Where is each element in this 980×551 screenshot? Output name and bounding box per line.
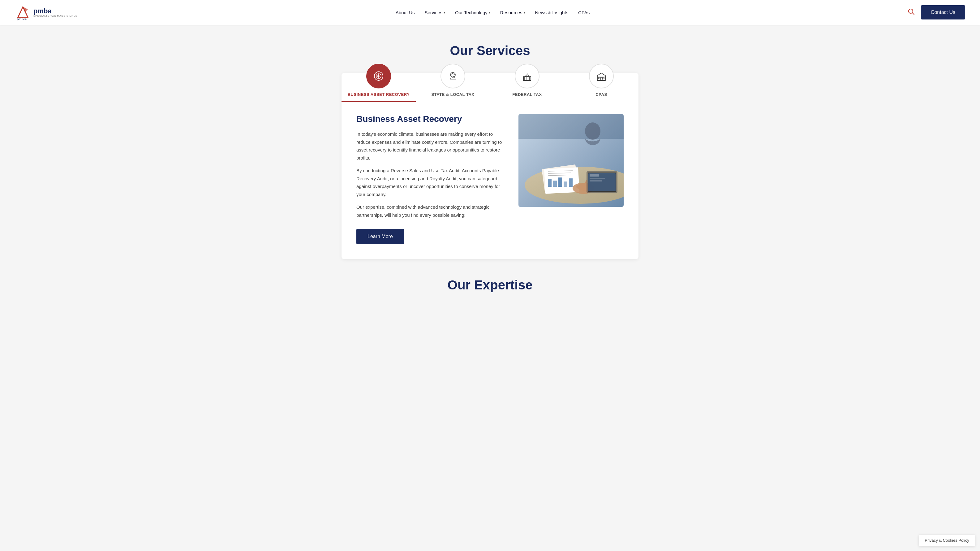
content-body: In today's economic climate, businesses … bbox=[356, 130, 504, 219]
content-title: Business Asset Recovery bbox=[356, 114, 504, 124]
svg-rect-33 bbox=[553, 181, 557, 187]
search-icon bbox=[908, 8, 915, 15]
search-button[interactable] bbox=[908, 8, 915, 17]
tab-business-asset-recovery[interactable]: BUSINESS ASSET RECOVERY bbox=[342, 73, 416, 102]
learn-more-button[interactable]: Learn More bbox=[356, 229, 404, 244]
tab-icon-salt bbox=[441, 64, 465, 89]
tab-label-fed: FEDERAL TAX bbox=[512, 92, 542, 97]
svg-rect-42 bbox=[590, 178, 605, 179]
state-local-tax-icon bbox=[447, 70, 459, 82]
content-text: Business Asset Recovery In today's econo… bbox=[356, 114, 504, 244]
tab-icon-cpas bbox=[589, 64, 614, 89]
logo-text: pmba bbox=[33, 8, 77, 15]
nav-resources[interactable]: Resources ▾ bbox=[500, 10, 525, 15]
svg-rect-32 bbox=[548, 179, 552, 187]
expertise-section: Our Expertise bbox=[0, 278, 980, 292]
nav-our-technology[interactable]: Our Technology ▾ bbox=[455, 10, 490, 15]
svg-marker-0 bbox=[18, 7, 28, 17]
tabs-row: BUSINESS ASSET RECOVERY STATE bbox=[342, 73, 638, 102]
content-paragraph-2: By conducting a Reverse Sales and Use Ta… bbox=[356, 167, 504, 198]
expertise-title: Our Expertise bbox=[15, 278, 965, 292]
header: pmba pmba SPECIALTY TAX MADE SIMPLE Abou… bbox=[0, 0, 980, 25]
svg-rect-44 bbox=[519, 114, 624, 139]
cpas-icon bbox=[595, 70, 608, 82]
chevron-down-icon: ▾ bbox=[489, 11, 490, 14]
nav-cpas[interactable]: CPAs bbox=[578, 10, 590, 15]
tab-underline-cpas bbox=[564, 101, 638, 102]
tab-underline-bar bbox=[342, 101, 416, 102]
nav-news-insights[interactable]: News & Insights bbox=[535, 10, 569, 15]
svg-rect-35 bbox=[564, 181, 567, 187]
svg-rect-43 bbox=[590, 180, 602, 181]
logo-tagline: SPECIALTY TAX MADE SIMPLE bbox=[33, 15, 77, 17]
logo-icon: pmba bbox=[15, 4, 31, 21]
logo[interactable]: pmba pmba SPECIALTY TAX MADE SIMPLE bbox=[15, 4, 77, 21]
federal-tax-icon bbox=[521, 70, 533, 82]
svg-rect-23 bbox=[600, 78, 602, 80]
page-title: Our Services bbox=[0, 43, 980, 58]
svg-rect-36 bbox=[569, 178, 573, 187]
asset-recovery-icon bbox=[372, 70, 385, 82]
svg-text:pmba: pmba bbox=[18, 17, 27, 21]
tab-federal-tax[interactable]: FEDERAL TAX bbox=[490, 73, 564, 102]
services-container: BUSINESS ASSET RECOVERY STATE bbox=[342, 73, 638, 259]
tab-icon-fed bbox=[515, 64, 539, 89]
tab-icon-bar bbox=[366, 64, 391, 89]
tab-underline-salt bbox=[416, 101, 490, 102]
tab-state-local-tax[interactable]: STATE & LOCAL TAX bbox=[416, 73, 490, 102]
content-panel: Business Asset Recovery In today's econo… bbox=[342, 102, 638, 259]
main-content: Our Services BUSINESS ASSET REC bbox=[0, 25, 980, 317]
content-paragraph-3: Our expertise, combined with advanced te… bbox=[356, 203, 504, 219]
chevron-down-icon: ▾ bbox=[524, 11, 525, 14]
svg-point-7 bbox=[378, 75, 380, 77]
main-nav: About Us Services ▾ Our Technology ▾ Res… bbox=[396, 10, 590, 15]
nav-services[interactable]: Services ▾ bbox=[425, 10, 445, 15]
svg-rect-41 bbox=[590, 174, 599, 176]
svg-line-4 bbox=[912, 13, 914, 14]
business-image bbox=[519, 114, 624, 207]
content-image bbox=[519, 114, 624, 207]
svg-rect-22 bbox=[603, 77, 604, 79]
tab-cpas[interactable]: CPAS bbox=[564, 73, 638, 102]
svg-point-45 bbox=[585, 122, 600, 140]
tab-underline-fed bbox=[490, 101, 564, 102]
tab-label-salt: STATE & LOCAL TAX bbox=[431, 92, 474, 97]
svg-rect-34 bbox=[558, 178, 562, 187]
tab-label-bar: BUSINESS ASSET RECOVERY bbox=[348, 92, 410, 97]
nav-about-us[interactable]: About Us bbox=[396, 10, 415, 15]
contact-us-button[interactable]: Contact Us bbox=[921, 5, 965, 19]
svg-rect-21 bbox=[598, 77, 600, 79]
content-paragraph-1: In today's economic climate, businesses … bbox=[356, 130, 504, 162]
nav-right: Contact Us bbox=[908, 5, 965, 19]
chevron-down-icon: ▾ bbox=[444, 11, 445, 14]
tab-label-cpas: CPAS bbox=[595, 92, 607, 97]
